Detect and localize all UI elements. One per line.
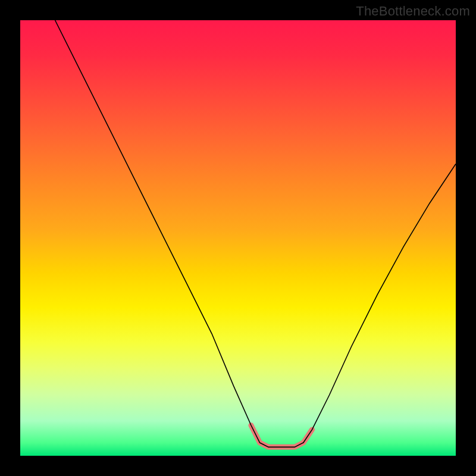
chart-svg: [20, 20, 456, 456]
main-curve: [55, 20, 456, 447]
plot-area: [20, 20, 456, 456]
chart-frame: TheBottleneck.com: [0, 0, 476, 476]
valley-highlight: [251, 425, 312, 447]
watermark-text: TheBottleneck.com: [356, 4, 470, 19]
